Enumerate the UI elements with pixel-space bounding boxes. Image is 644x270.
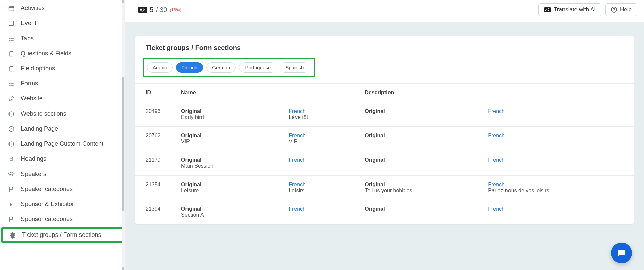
cell-id: 20496 [135,102,175,127]
sidebar-item-label: Headings [21,155,46,162]
svg-rect-1 [9,21,13,25]
sidebar-item-label: Website [21,95,43,102]
table-row: 21354 Original Leisure French Loisirs Or… [135,176,634,200]
table-row: 21394 Original Section A French Original… [135,200,634,224]
sidebar-item-label: Speakers [21,171,46,178]
help-icon: ? [611,7,617,13]
cell-desc-original[interactable]: Original [359,151,482,176]
sidebar-item-landing-page[interactable]: Landing Page [0,121,125,136]
cell-desc-translation[interactable]: French [482,200,634,224]
dashboard-icon [8,126,15,132]
main-area: A文 5 / 30 (16%) A文 Translate with AI ? H… [125,0,644,270]
sidebar-item-speakers[interactable]: Speakers [0,166,125,182]
sidebar-item-label: Ticket groups / Form sections [22,231,101,239]
square-icon [8,20,15,27]
column-header-id: ID [135,84,175,102]
sidebar-item-forms[interactable]: Forms [0,76,125,91]
sidebar-item-landing-page-custom-content[interactable]: Landing Page Custom Content [0,136,125,151]
sidebar-item-label: Tabs [21,35,34,42]
svg-text:€: € [10,201,13,207]
cell-desc-original[interactable]: Original Tell us your hobbies [359,176,482,200]
cell-name-original[interactable]: Original Early bird [175,102,283,127]
progress-count: 5 [150,6,153,14]
puzzle-icon [8,141,15,147]
sidebar-item-website-sections[interactable]: Website sections [0,106,125,121]
cell-id: 21179 [135,151,175,176]
lang-tab-spanish[interactable]: Spanish [280,62,309,73]
cell-desc-translation[interactable]: French [482,127,634,151]
cell-id: 20762 [135,127,175,151]
translation-progress: A文 5 / 30 (16%) [138,6,181,14]
help-button[interactable]: ? Help [605,3,637,16]
cell-desc-translation[interactable]: French [482,151,634,176]
sidebar-item-event[interactable]: Event [0,16,125,31]
euro-icon: € [8,201,15,208]
chat-fab-button[interactable] [611,243,632,263]
table-row: 20496 Original Early bird French Lève tô… [135,102,634,127]
sidebar-item-speaker-categories[interactable]: Speaker categories [0,182,125,197]
grad-icon [8,171,15,178]
card-title: Ticket groups / Form sections [146,44,623,52]
language-badge-icon: A文 [544,7,551,12]
link-icon [8,95,15,102]
sidebar-item-ticket-groups-form-sections[interactable]: Ticket groups / Form sections [1,227,123,243]
ticket-groups-card: Ticket groups / Form sections ArabicFren… [135,36,634,224]
lang-tab-arabic[interactable]: Arabic [147,62,173,73]
sidebar-item-website[interactable]: Website [0,91,125,106]
cell-desc-original[interactable]: Original [359,102,482,127]
table-row: 20762 Original VIP French VIP Original F… [135,127,634,151]
clipboard-icon [8,50,15,57]
cell-name-original[interactable]: Original Main Session [175,151,283,176]
lang-tab-german[interactable]: German [206,62,236,73]
cell-id: 21354 [135,176,175,200]
list-icon [8,35,15,42]
clipboard-icon [8,65,15,72]
sidebar-item-label: Activities [21,5,45,12]
sidebar-item-activities[interactable]: Activities [0,1,125,16]
sidebar-item-tabs[interactable]: Tabs [0,31,125,46]
list-icon [8,80,15,87]
bold-icon [8,156,15,162]
progress-total: / 30 [156,6,167,14]
sidebar-item-sponsor-categories[interactable]: Sponsor categories [0,212,125,227]
lang-tab-portuguese[interactable]: Portuguese [239,62,276,73]
cell-name-translation[interactable]: French [283,200,359,224]
translate-with-ai-button[interactable]: A文 Translate with AI [538,3,601,16]
cell-name-original[interactable]: Original Leisure [175,176,283,200]
language-tabs: ArabicFrenchGermanPortugueseSpanish [143,58,315,77]
sidebar-item-label: Landing Page Custom Content [21,140,103,147]
cell-desc-translation[interactable]: French Parlez-nous de vos loisirs [482,176,634,200]
cell-name-translation[interactable]: French Loisirs [283,176,359,200]
sidebar-item-questions-fields[interactable]: Questions & Fields [0,46,125,61]
sidebar-item-label: Landing Page [21,125,58,132]
sidebar-item-label: Event [21,20,36,27]
cell-name-original[interactable]: Original VIP [175,127,283,151]
cell-name-translation[interactable]: French Lève tôt [283,102,359,127]
lang-tab-french[interactable]: French [176,62,203,73]
help-button-label: Help [620,6,632,13]
cell-desc-original[interactable]: Original [359,127,482,151]
cell-desc-translation[interactable]: French [482,102,634,127]
sidebar-item-label: Forms [21,80,38,87]
cell-name-translation[interactable]: French VIP [283,127,359,151]
sidebar-item-sponsor-exhibitor[interactable]: €Sponsor & Exhibitor [0,197,125,212]
cell-desc-original[interactable]: Original [359,200,482,224]
calendar-icon [8,5,15,12]
column-header-description: Description [359,84,634,102]
sidebar-item-label: Field options [21,65,55,72]
sidebar-item-label: Questions & Fields [21,50,71,57]
sidebar-item-field-options[interactable]: Field options [0,61,125,76]
flag-icon [8,216,15,223]
sidebar-item-headings[interactable]: Headings [0,151,125,166]
sidebar: ActivitiesEventTabsQuestions & FieldsFie… [0,0,125,270]
chat-icon [616,248,627,258]
sidebar-item-label: Sponsor & Exhibitor [21,201,74,208]
translation-table: ID Name Description 20496 Original Early… [135,83,634,224]
cell-name-original[interactable]: Original Section A [175,200,283,224]
sidebar-item-label: Website sections [21,110,66,117]
sidebar-scrollbar[interactable] [122,0,125,270]
cell-name-translation[interactable]: French [283,151,359,176]
progress-percent: (16%) [170,7,181,12]
svg-rect-0 [9,6,14,11]
language-badge-icon: A文 [138,7,147,13]
